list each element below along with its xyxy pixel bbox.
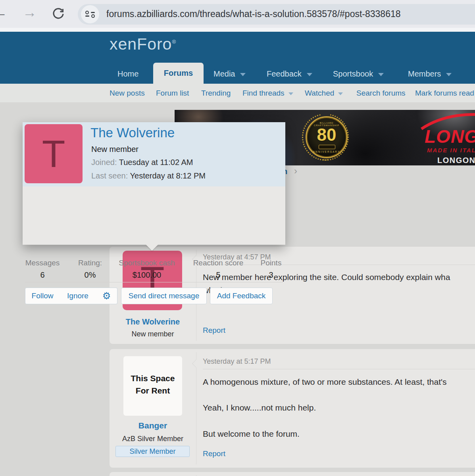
site-header: xenForo® Home Forums Media Feedback Spor… <box>0 32 475 84</box>
add-feedback-button[interactable]: Add Feedback <box>210 288 273 304</box>
forward-icon[interactable]: → <box>23 5 37 19</box>
post-author-link[interactable]: Banger <box>110 421 196 430</box>
badge-ribbon <box>319 145 335 149</box>
post-body-line: But welcome to the forum. <box>203 429 300 439</box>
stat-messages: Messages6 <box>24 259 61 280</box>
post-next-stub <box>110 472 475 476</box>
nav-tab-forums-active[interactable]: Forums <box>153 63 204 84</box>
ignore-button[interactable]: Ignore <box>60 288 96 304</box>
message-arrow-icon <box>192 359 200 368</box>
nav-tab-home[interactable]: Home <box>117 66 138 82</box>
chevron-down-icon <box>378 73 384 76</box>
badge-circle: BILLIARD CRAFTSMANSHIP 80 ANNIVERSARY <box>306 116 348 158</box>
nav-tab-members[interactable]: Members <box>408 66 452 82</box>
post-author-link[interactable]: The Wolverine <box>110 317 196 326</box>
brand-logo-text: LONGONI <box>425 126 475 147</box>
report-link[interactable]: Report <box>203 449 225 458</box>
member-name-link[interactable]: The Wolverine <box>90 125 175 140</box>
last-seen-label: Last seen: <box>91 171 128 180</box>
post-banger: This Space For Rent Banger AzB Silver Me… <box>110 349 475 468</box>
post-body-line: Yeah, I know.....not much help. <box>203 403 316 413</box>
post-divider <box>196 352 196 464</box>
subnav-find-threads[interactable]: Find threads <box>242 84 293 102</box>
joined-label: Joined: <box>91 158 117 167</box>
joined-value: Tuesday at 11:02 AM <box>119 158 193 167</box>
member-joined-row: Joined: Tuesday at 11:02 AM <box>91 158 193 167</box>
subnav-trending[interactable]: Trending <box>201 84 231 102</box>
anniversary-badge: BILLIARD CRAFTSMANSHIP 80 ANNIVERSARY <box>302 112 351 164</box>
chevron-down-icon <box>446 73 452 76</box>
member-tooltip-card: T The Wolverine New member Joined: Tuesd… <box>23 122 285 245</box>
last-seen-value: Yesterday at 8:12 PM <box>130 171 206 180</box>
member-user-title: New member <box>91 145 138 154</box>
stat-rating: Rating:0% <box>74 259 106 280</box>
member-last-seen-row: Last seen: Yesterday at 8:12 PM <box>91 171 206 180</box>
send-direct-message-button[interactable]: Send direct message <box>121 288 207 304</box>
stat-sportsbook-cash: Sportsbook cash$100.00 <box>113 259 181 280</box>
breadcrumb-chevron-icon: › <box>294 165 297 177</box>
member-card-body: Messages6 Rating:0% Sportsbook cash$100.… <box>23 186 285 245</box>
nav-tab-sportsbook[interactable]: Sportsbook <box>333 66 384 82</box>
site-settings-icon[interactable] <box>81 5 99 23</box>
chevron-down-icon <box>338 92 343 95</box>
subnav-mark-forums-read[interactable]: Mark forums read <box>415 84 474 102</box>
brand-sub-text: LONGONIC <box>437 156 475 165</box>
avatar[interactable]: T <box>25 124 83 183</box>
browser-toolbar: ← → forums.azbilliards.com/threads/what-… <box>0 0 475 28</box>
gear-icon[interactable]: ⚙ <box>96 288 117 304</box>
avatar-text-line: This Space <box>123 372 182 384</box>
browser-window: ← → forums.azbilliards.com/threads/what-… <box>0 0 475 476</box>
url-bar[interactable]: forums.azbilliards.com/threads/what-is-a… <box>78 4 475 25</box>
tune-icon <box>85 11 95 18</box>
nav-tab-media[interactable]: Media <box>213 66 246 82</box>
post-author-title: New member <box>110 330 196 338</box>
tooltip-tail-icon <box>146 245 158 251</box>
badge-bottom-text: ANNIVERSARY <box>307 150 346 153</box>
post-timestamp[interactable]: Yesterday at 5:17 PM <box>203 357 271 366</box>
registered-mark: ® <box>172 39 176 45</box>
forums-subnav: New posts Forum list Trending Find threa… <box>0 84 475 102</box>
subnav-forum-list[interactable]: Forum list <box>156 84 189 102</box>
subnav-search-forums[interactable]: Search forums <box>356 84 406 102</box>
nav-tab-feedback[interactable]: Feedback <box>267 66 312 82</box>
back-icon[interactable]: ← <box>0 5 8 19</box>
subnav-watched[interactable]: Watched <box>305 84 343 102</box>
xenforo-logo[interactable]: xenForo® <box>110 35 176 54</box>
stat-reaction-score: Reaction score5 <box>188 259 248 280</box>
brand-made-in: MADE IN ITALY <box>427 147 475 154</box>
chevron-down-icon <box>240 73 246 76</box>
member-card-header: T The Wolverine New member Joined: Tuesd… <box>23 122 285 186</box>
subnav-new-posts[interactable]: New posts <box>110 84 145 102</box>
follow-button[interactable]: Follow <box>25 288 60 304</box>
toolbar-divider <box>0 28 475 32</box>
avatar[interactable]: This Space For Rent <box>123 356 182 416</box>
post-author-title: AzB Silver Member <box>110 435 196 443</box>
report-link[interactable]: Report <box>203 326 225 335</box>
reload-icon[interactable] <box>51 7 65 23</box>
url-text[interactable]: forums.azbilliards.com/threads/what-is-a… <box>106 9 401 19</box>
silver-member-badge: Silver Member <box>115 446 190 457</box>
chevron-down-icon <box>288 92 293 95</box>
post-header-divider <box>203 369 475 369</box>
avatar-text-line: For Rent <box>123 384 182 397</box>
badge-number: 80 <box>307 125 346 145</box>
post-body-line: A homogenous mixture, of two or more sub… <box>203 377 447 387</box>
card-divider <box>25 282 283 282</box>
chevron-down-icon <box>307 73 312 76</box>
stat-points: Points3 <box>259 259 283 280</box>
